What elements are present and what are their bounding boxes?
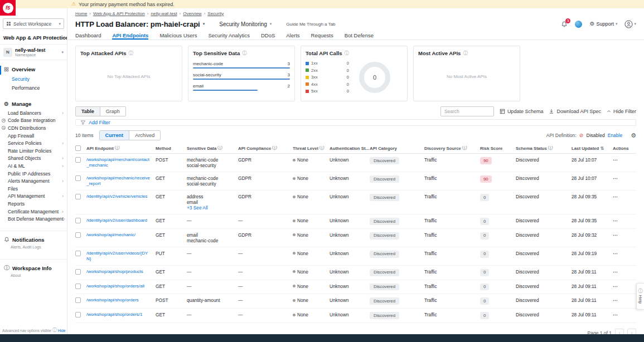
tab-alerts[interactable]: Alerts [286,32,299,40]
info-icon[interactable]: ⓘ [242,51,246,56]
column-header-sensitive-data[interactable]: Sensitive Dataⓘ [187,146,238,151]
row-actions-button[interactable]: ⋯ [613,194,635,199]
notifications-button[interactable]: 1 [561,21,568,28]
row-actions-button[interactable]: ⋯ [613,284,635,289]
hide-nav-link[interactable]: Hide [58,329,66,333]
row-checkbox[interactable] [75,175,81,181]
sidebar-item-manage[interactable]: ⚙ Manage [0,97,67,109]
state-toggle-current[interactable]: Current [100,131,129,140]
row-actions-button[interactable]: ⋯ [613,297,635,303]
info-icon[interactable]: ⓘ [463,51,467,56]
sidebar-item-bot-defense-management[interactable]: Bot Defense Management› [0,215,67,223]
info-icon[interactable]: ⓘ [52,328,57,333]
column-header-threat-level[interactable]: Threat Levelⓘ [293,146,330,151]
api-endpoint-link[interactable]: /identity/api/v2/user/videos/{DYN} [86,251,151,262]
row-checkbox[interactable] [75,251,81,256]
info-icon[interactable]: ⓘ [272,146,277,150]
view-toggle-table[interactable]: Table [76,107,100,116]
breadcrumb-link-web-app-api-protection[interactable]: Web App & API Protection [93,11,145,16]
table-row[interactable]: /workshop/api/merchant/contact_mechanicP… [75,154,636,172]
namespace-select[interactable]: N nelly-waf-test Namespace ▾ [0,44,67,60]
api-endpoint-link[interactable]: /identity/api/v2/vehicle/vehicles [86,194,151,199]
column-header-risk-score[interactable]: Risk Score [480,146,516,151]
view-toggle-graph[interactable]: Graph [100,107,125,116]
sidebar-item-alerts-management[interactable]: Alerts Management› [0,177,67,185]
sidebar-item-load-balancers[interactable]: Load Balancers› [0,109,67,117]
user-menu[interactable]: ▾ [624,20,636,28]
api-endpoint-link[interactable]: /workshop/api/shop/orders/1 [86,312,151,317]
row-checkbox[interactable] [75,312,81,317]
column-header-schema-status[interactable]: Schema Statusⓘ [516,146,572,151]
sidebar-item-ai-ml[interactable]: AI & ML› [0,162,67,170]
row-actions-button[interactable]: ⋯ [613,218,635,223]
sidebar-item-app-firewall[interactable]: App Firewall [0,132,67,140]
tab-security-analytics[interactable]: Security Analytics [208,32,249,40]
row-actions-button[interactable]: ⋯ [613,157,635,163]
info-icon[interactable]: ⓘ [115,146,119,150]
breadcrumb-link-overview[interactable]: Overview [183,11,201,16]
table-row[interactable]: /identity/api/v2/user/videos/{DYN}PUT——N… [75,247,636,266]
info-icon[interactable]: ⓘ [319,146,324,150]
add-filter-button[interactable]: Add Filter [89,120,110,125]
tab-api-endpoints[interactable]: API Endpoints [112,32,148,40]
row-actions-button[interactable]: ⋯ [613,175,635,181]
api-endpoint-link[interactable]: /workshop/api/shop/orders/all [86,284,151,289]
table-row[interactable]: /workshop/api/shop/orders/1GET——NoneUnkn… [75,309,636,323]
prev-page-button[interactable]: ‹ [615,329,624,334]
sidebar-item-reports[interactable]: Reports [0,200,67,208]
column-header-last-updated[interactable]: Last Updated⇅ [572,146,613,151]
select-all-checkbox[interactable] [75,145,81,151]
next-page-button[interactable]: › [627,329,636,334]
help-tab[interactable]: ⓘ Help [636,283,644,310]
column-header-method[interactable]: Method [156,146,187,151]
table-row[interactable]: /workshop/api/shop/ordersPOSTquantity-am… [75,294,636,309]
table-row[interactable]: /identity/api/v2/user/dashboardGET——None… [75,214,636,229]
sidebar-item-public-ip-addresses[interactable]: Public IP Addresses [0,170,67,178]
tab-requests[interactable]: Requests [311,32,333,40]
hide-filter-button[interactable]: Hide Filter [607,109,636,114]
breadcrumb-link-security[interactable]: Security [207,11,224,16]
api-endpoint-link[interactable]: /identity/api/v2/user/dashboard [86,218,151,223]
sidebar-item-certificate-management[interactable]: Certificate Management› [0,208,67,216]
tab-dashboard[interactable]: Dashboard [75,32,101,40]
column-header-api-endpoint[interactable]: API Endpointⓘ [86,146,156,151]
row-actions-button[interactable]: ⋯ [613,232,635,238]
row-checkbox[interactable] [75,218,81,223]
sidebar-item-api-management[interactable]: API Management› [0,193,67,201]
row-actions-button[interactable]: ⋯ [613,251,635,256]
row-actions-button[interactable]: ⋯ [613,269,635,275]
sort-icon[interactable]: ⇅ [600,146,604,151]
api-endpoint-link[interactable]: /workshop/api/shop/products [86,269,151,275]
api-endpoint-link[interactable]: /workshop/api/mechanic/receive_report [86,175,151,187]
column-header-actions[interactable]: Actions [613,146,635,151]
sidebar-item-workspace-info[interactable]: ⓘ Workspace Info About [0,259,67,280]
cloud-status-icon[interactable] [575,21,582,28]
guide-me-link[interactable]: Guide Me Through a Tab [286,22,335,27]
download-api-spec-button[interactable]: Download API Spec [549,109,601,114]
sidebar-item-files[interactable]: Files [0,185,67,193]
column-header-api-category[interactable]: API Category [370,146,424,151]
tab-ddos[interactable]: DDoS [261,32,275,40]
row-checkbox[interactable] [75,232,81,238]
info-icon[interactable]: ⓘ [344,51,348,56]
api-endpoint-link[interactable]: /workshop/api/shop/orders [86,297,151,303]
sidebar-item-performance[interactable]: Performance [0,84,67,92]
sidebar-item-service-policies[interactable]: Service Policies› [0,139,67,147]
table-settings-icon[interactable]: ⚙ [631,133,636,139]
chevron-down-icon[interactable]: ▾ [203,22,205,26]
monitoring-select[interactable]: Security Monitoring ▾ [219,21,272,27]
info-icon[interactable]: ⓘ [129,51,133,56]
enable-link[interactable]: Enable [608,133,622,138]
support-menu[interactable]: ⚙ Support ▾ [589,21,617,27]
f5-logo[interactable]: f5 [0,0,16,16]
row-checkbox[interactable] [75,157,81,163]
table-row[interactable]: /workshop/api/mechanic/GETemailmechanic-… [75,229,636,247]
sidebar-item-overview[interactable]: Overview [0,62,67,75]
api-endpoint-link[interactable]: /workshop/api/merchant/contact_mechanic [86,157,151,168]
row-checkbox[interactable] [75,194,81,199]
info-icon[interactable]: ⓘ [548,146,553,150]
table-row[interactable]: /workshop/api/mechanic/receive_reportGET… [75,172,636,190]
workspace-select[interactable]: Select Workspace ▾ [3,18,64,29]
table-row[interactable]: /workshop/api/shop/orders/allGET——NoneUn… [75,280,636,295]
info-icon[interactable]: ⓘ [462,146,467,150]
